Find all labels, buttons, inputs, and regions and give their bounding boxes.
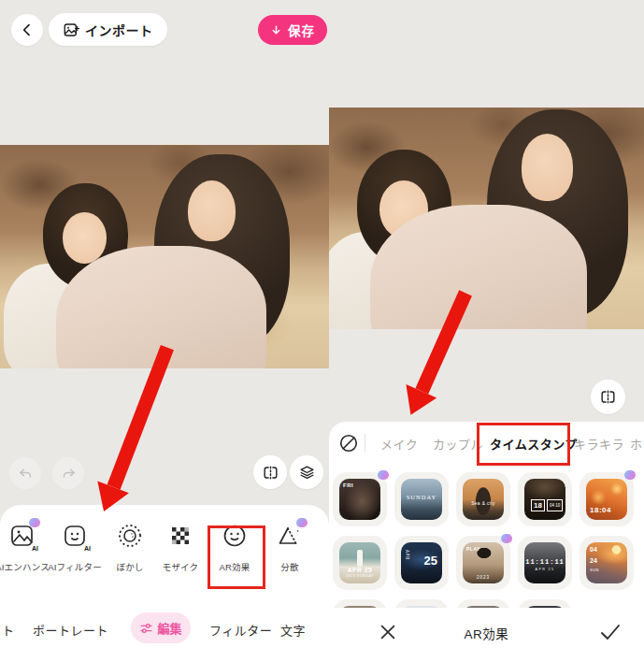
highlight-box-timestamp (477, 423, 570, 466)
compare-button-right[interactable] (591, 380, 625, 414)
sliders-icon (139, 622, 153, 635)
tab-edit[interactable]: 編集 (131, 612, 191, 643)
compare-button-left[interactable] (253, 455, 287, 489)
arrow-head (395, 384, 436, 422)
divider (365, 434, 365, 452)
effect-thumb-image: Sea & city (463, 479, 504, 520)
effect-thumb-25[interactable]: APR 25 (394, 536, 449, 590)
effect-thumb-apr25[interactable]: APR 25 2023 SUNDAY (333, 536, 387, 590)
apply-button[interactable] (598, 620, 624, 644)
photo-preview-right (329, 108, 644, 329)
panel-title: AR効果 (329, 624, 644, 642)
close-icon (378, 622, 402, 642)
redo-icon (61, 466, 77, 482)
tab-edit-label: 編集 (157, 619, 181, 637)
edit-tools-panel: AI AIエンハンス AI AIフィルター (0, 505, 329, 662)
editor-screenshot: インポート 保存 (0, 0, 644, 662)
close-button[interactable] (378, 620, 402, 644)
confirm-bar: AR効果 (329, 608, 644, 662)
effect-thumb-image: PLAY 2023 (463, 542, 504, 583)
effect-thumb-image: 1804 10 (524, 479, 565, 520)
import-button[interactable]: インポート (49, 13, 167, 46)
undo-button[interactable] (9, 457, 41, 489)
effect-thumb-image: 18:04 (586, 479, 627, 520)
highlight-box-ar-effect (208, 525, 265, 589)
effect-thumb-play[interactable]: PLAY 2023 (456, 536, 510, 590)
back-button[interactable] (11, 14, 43, 46)
effect-thumb-111111[interactable]: 11:11:11 APR 25 (518, 536, 572, 590)
image-plus-icon (63, 22, 79, 38)
ai-tag: AI (83, 545, 92, 552)
woman-hoodie (370, 205, 588, 329)
category-horror[interactable]: ホラー (630, 435, 644, 453)
blur-icon (116, 522, 144, 550)
premium-badge-icon (624, 470, 636, 480)
effect-thumb-image: 11:11:11 APR 25 (524, 542, 565, 583)
dispersion-icon (276, 522, 304, 550)
effect-thumb-image: FRI (339, 479, 380, 520)
effect-thumb-fri[interactable]: FRI (333, 472, 387, 526)
none-icon (338, 433, 359, 453)
redo-button[interactable] (52, 457, 84, 489)
premium-badge-icon (501, 534, 512, 543)
woman-face (522, 134, 574, 200)
compare-icon (262, 464, 279, 482)
tool-dispersion[interactable]: 分散 (256, 522, 323, 573)
layers-icon (298, 464, 316, 482)
effect-thumb-1804[interactable]: 18:04 (580, 472, 634, 526)
no-effect-button[interactable] (337, 432, 360, 454)
premium-badge-icon (378, 470, 389, 480)
undo-icon (18, 466, 34, 482)
premium-badge-icon (296, 518, 308, 527)
mosaic-icon (166, 522, 194, 550)
category-makeup[interactable]: メイク (380, 435, 418, 453)
layers-button[interactable] (290, 455, 323, 489)
check-icon (598, 622, 624, 642)
save-button[interactable]: 保存 (258, 15, 327, 45)
import-label: インポート (85, 21, 153, 39)
photo-preview-left (0, 145, 329, 368)
save-label: 保存 (288, 21, 315, 39)
effect-thumb-image: 04 24 SUN (586, 542, 627, 583)
chevron-left-icon (20, 22, 35, 37)
tool-label: 分散 (256, 560, 323, 573)
tab-portrait[interactable]: ポートレート (33, 621, 108, 639)
ai-enhance-icon: AI (8, 522, 36, 550)
effect-thumb-image: APR 25 (401, 542, 442, 583)
tab-partial[interactable]: ト (2, 621, 15, 639)
tab-text[interactable]: 文字 (280, 621, 306, 639)
compare-icon (599, 388, 617, 406)
category-sparkle[interactable]: キラキラ (574, 435, 624, 453)
effect-thumb-0424[interactable]: 04 24 SUN (580, 536, 634, 590)
category-couple[interactable]: カップル (433, 435, 483, 453)
effect-thumb-calendar[interactable]: 1804 10 (518, 472, 572, 526)
premium-badge-icon (29, 518, 40, 527)
effect-thumb-seacity[interactable]: Sea & city (456, 472, 510, 526)
effect-thumb-image: SUNDAY (401, 479, 442, 520)
girl-face (63, 212, 107, 264)
effect-thumb-image: APR 25 2023 SUNDAY (339, 542, 380, 583)
woman-face (188, 180, 236, 241)
ai-tag: AI (31, 545, 39, 552)
effect-thumb-sunday[interactable]: SUNDAY (394, 472, 449, 526)
ai-filter-icon: AI (61, 522, 89, 550)
download-arrow-icon (270, 24, 282, 36)
tab-filter[interactable]: フィルター (209, 621, 272, 639)
